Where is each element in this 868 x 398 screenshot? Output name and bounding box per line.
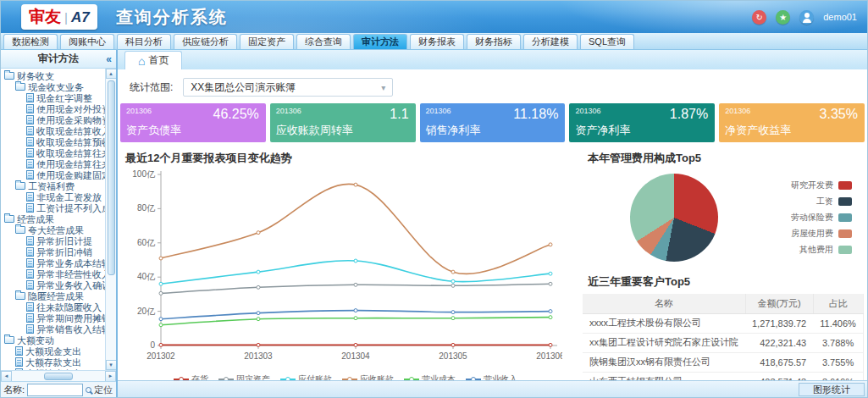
sidebar-header: 审计方法 « <box>1 50 116 69</box>
tree-folder[interactable]: 夸大经营成果 <box>1 224 105 235</box>
pie-legend-swatch <box>838 229 852 238</box>
legend-item[interactable]: 营业收入 <box>466 373 517 380</box>
power-icon[interactable]: ↻ <box>752 10 766 25</box>
tree-item-label: 隐匿经营成果 <box>28 291 84 301</box>
tree-item[interactable]: 收取现金结算往来款 <box>1 147 105 158</box>
nav-tab[interactable]: 财务报表 <box>410 34 464 49</box>
scope-select[interactable]: XX集团总公司演示账簿 ▾ <box>183 78 393 97</box>
vertical-scroll-thumb[interactable] <box>108 80 115 275</box>
document-icon <box>26 126 34 135</box>
tree-item[interactable]: 大额存款支出 <box>1 357 105 368</box>
tree-item[interactable]: 收取现金结算预收款 <box>1 136 105 147</box>
scroll-up-icon[interactable]: ▲ <box>106 69 117 79</box>
kpi-value: 11.18% <box>513 107 558 122</box>
legend-item[interactable]: 应收账款 <box>342 373 394 380</box>
chart-stat-button[interactable]: 图形统计 <box>799 383 865 396</box>
legend-item[interactable]: 存货 <box>174 373 208 380</box>
tree-item[interactable]: 异常期间费用摊销 <box>1 312 105 323</box>
tree-folder[interactable]: 经营成果 <box>1 213 105 224</box>
kpi-card[interactable]: 2013063.35%净资产收益率 <box>719 103 865 142</box>
tree-item[interactable]: 非现金工资发放 <box>1 191 105 202</box>
tree-item-label: 经营成果 <box>17 214 54 224</box>
tree-folder[interactable]: 大额变动 <box>1 334 105 345</box>
kpi-card[interactable]: 2013061.87%资产净利率 <box>569 103 715 142</box>
pie-legend-item[interactable]: 工资 <box>759 196 852 207</box>
tree-item[interactable]: 使用现金采购物资 <box>1 114 105 125</box>
tree-item-label: 收取现金结算收入 <box>36 126 105 136</box>
tree-wrap: 财务收支现金收支业务现金红字调整使用现金对外投资使用现金采购物资收取现金结算收入… <box>1 69 116 370</box>
tree-item-label: 财务收支 <box>17 71 54 81</box>
tree-item[interactable]: 现金红字调整 <box>1 92 105 103</box>
filter-row: 统计范围: XX集团总公司演示账簿 ▾ <box>130 78 867 97</box>
pie-legend-label: 房屋使用费 <box>791 228 833 240</box>
nav-tab[interactable]: 分析建模 <box>523 34 578 49</box>
tree-search-input[interactable] <box>27 384 83 396</box>
kpi-value: 1.87% <box>670 107 708 122</box>
tree-item[interactable]: 异常业务成本结转 <box>1 257 105 268</box>
nav-tab[interactable]: 综合查询 <box>296 34 351 49</box>
kpi-period: 201306 <box>276 107 301 115</box>
tree-vertical-scrollbar[interactable]: ▲ ▼ <box>105 69 116 370</box>
kpi-card[interactable]: 20130646.25%资产负债率 <box>120 103 266 142</box>
tree-item[interactable]: 异常折旧冲销 <box>1 246 105 257</box>
tree-item[interactable]: 使用现金结算往来款 <box>1 158 105 169</box>
pie-legend-item[interactable]: 研究开发费 <box>759 180 852 191</box>
nav-tab[interactable]: 数据检测 <box>3 34 58 49</box>
tree-item[interactable]: 大额转账支出 <box>1 368 105 370</box>
collapse-sidebar-icon[interactable]: « <box>106 53 112 65</box>
tab-home[interactable]: ⌂ 首页 <box>124 51 182 69</box>
tree-locate-button[interactable]: 定位 <box>86 384 113 396</box>
legend-item[interactable]: 营业成本 <box>404 373 456 380</box>
status-bar: 图形统计 <box>118 380 867 398</box>
nav-tab[interactable]: 阅账中心 <box>60 34 114 49</box>
pie-legend-item[interactable]: 其他费用 <box>759 244 852 256</box>
legend-item[interactable]: 应付账款 <box>280 373 332 380</box>
logo-product-text: A7 <box>71 9 90 26</box>
tree-item[interactable]: 使用现金对外投资 <box>1 103 105 114</box>
tree-folder[interactable]: 隐匿经营成果 <box>1 290 105 301</box>
tree-horizontal-scrollbar[interactable]: ◄ ► <box>1 370 116 381</box>
nav-tab[interactable]: 固定资产 <box>240 34 294 49</box>
table-cell: 3.788% <box>813 333 863 352</box>
tree-item[interactable]: 使用现金购建固定资产 <box>1 169 105 180</box>
tree-folder[interactable]: 工资福利费 <box>1 180 105 191</box>
tree-folder[interactable]: 现金收支业务 <box>1 81 105 92</box>
table-row: xxxx工程技术股份有限公司1,271,839.7211.406% <box>583 313 863 333</box>
tree-item[interactable]: 工资计提不列入成本费用 <box>1 202 105 213</box>
tree-folder[interactable]: 财务收支 <box>1 70 105 81</box>
user-avatar-icon[interactable] <box>799 10 814 25</box>
table-header-cell: 名称 <box>583 294 745 313</box>
favorite-icon[interactable]: ★ <box>776 10 790 25</box>
kpi-label: 应收账款周转率 <box>276 123 353 138</box>
tree-item[interactable]: 大额现金支出 <box>1 345 105 357</box>
svg-text:60亿: 60亿 <box>137 238 156 247</box>
tree-item[interactable]: 异常业务收入确认 <box>1 279 105 290</box>
nav-tab[interactable]: 供应链分析 <box>174 34 237 49</box>
pie-legend-item[interactable]: 劳动保险费 <box>759 212 852 224</box>
nav-tab[interactable]: 科目分析 <box>117 34 171 49</box>
logo-brand-text: 审友 <box>29 6 61 28</box>
document-icon <box>26 170 34 180</box>
tree-item[interactable]: 异常非经营性收入 <box>1 268 105 279</box>
horizontal-scroll-thumb[interactable] <box>44 373 73 380</box>
tree-item[interactable]: 异常销售收入结转 <box>1 323 105 334</box>
tree-item[interactable]: 往来款隐匿收入 <box>1 301 105 312</box>
tree-item[interactable]: 收取现金结算收入 <box>1 125 105 136</box>
scope-select-value: XX集团总公司演示账簿 <box>191 80 296 95</box>
kpi-card[interactable]: 20130611.18%销售净利率 <box>420 103 566 142</box>
nav-tab[interactable]: 审计方法 <box>353 34 407 49</box>
kpi-label: 销售净利率 <box>426 123 481 138</box>
nav-tab[interactable]: SQL查询 <box>580 34 634 49</box>
scroll-down-icon[interactable]: ▼ <box>106 360 117 370</box>
kpi-card[interactable]: 2013061.1应收账款周转率 <box>270 103 416 142</box>
header-actions: ↻ ★ demo01 <box>752 1 857 33</box>
scroll-left-icon[interactable]: ◄ <box>1 371 12 382</box>
nav-tab[interactable]: 财务指标 <box>467 34 521 49</box>
pie-legend-item[interactable]: 房屋使用费 <box>759 228 852 240</box>
customer-table-body: xxxx工程技术股份有限公司1,271,839.7211.406%xx集团工程设… <box>583 313 863 380</box>
legend-item[interactable]: 固定资产 <box>218 373 270 380</box>
scroll-right-icon[interactable]: ► <box>105 371 116 382</box>
username: demo01 <box>823 12 857 22</box>
tree-item[interactable]: 异常折旧计提 <box>1 235 105 246</box>
pie-legend: 研究开发费工资劳动保险费房屋使用费其他费用 <box>759 180 852 256</box>
